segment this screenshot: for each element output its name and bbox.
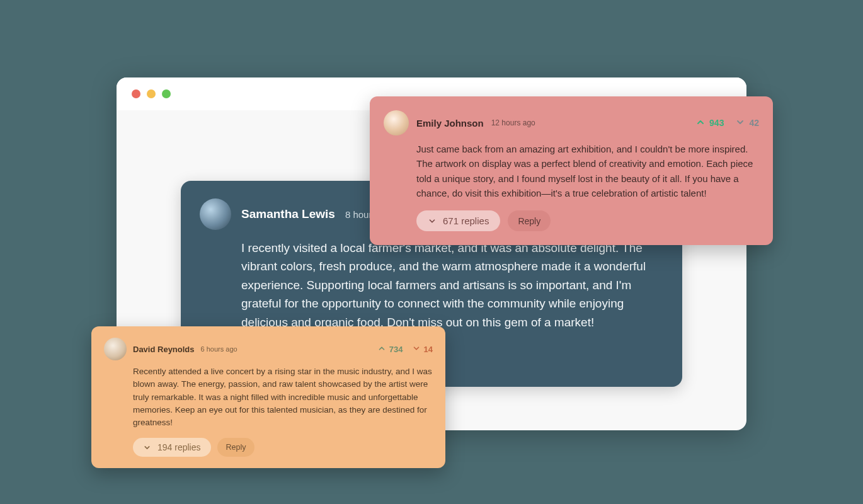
upvote-button[interactable]: 943 [695, 117, 724, 129]
chevron-down-icon [143, 444, 151, 452]
downvote-button[interactable]: 42 [735, 117, 759, 129]
avatar[interactable] [104, 338, 127, 360]
chevron-down-icon [735, 117, 745, 129]
chevron-up-icon [695, 117, 706, 129]
comment-body: I recently visited a local farmer's mark… [241, 239, 663, 331]
reply-button[interactable]: Reply [217, 438, 255, 457]
comment-author[interactable]: David Reynolds [133, 345, 195, 354]
minimize-icon[interactable] [147, 89, 156, 98]
upvote-count: 734 [389, 345, 403, 354]
vote-controls: 943 42 [695, 117, 759, 129]
view-replies-button[interactable]: 194 replies [133, 438, 211, 457]
chevron-down-icon [428, 217, 437, 226]
zoom-icon[interactable] [162, 89, 171, 98]
avatar[interactable] [200, 198, 231, 230]
comment-actions: 671 replies Reply [416, 210, 759, 231]
comment-card-pink: Emily Johnson 12 hours ago 943 42 Just c… [370, 96, 773, 245]
close-icon[interactable] [132, 89, 140, 98]
avatar[interactable] [384, 110, 409, 135]
reply-label: Reply [518, 216, 540, 226]
upvote-count: 943 [709, 118, 724, 128]
downvote-count: 14 [424, 345, 433, 354]
replies-count-label: 194 replies [157, 442, 201, 452]
reply-button[interactable]: Reply [508, 210, 551, 231]
chevron-down-icon [412, 344, 421, 355]
replies-count-label: 671 replies [443, 215, 489, 226]
comment-author[interactable]: Samantha Lewis [241, 207, 335, 221]
chevron-up-icon [377, 344, 386, 355]
upvote-button[interactable]: 734 [377, 344, 403, 355]
downvote-button[interactable]: 14 [412, 344, 433, 355]
comment-timestamp: 12 hours ago [491, 118, 535, 127]
comment-header: David Reynolds 6 hours ago 734 14 [104, 338, 433, 360]
comment-body: Just came back from an amazing art exhib… [416, 142, 759, 200]
downvote-count: 42 [749, 118, 759, 128]
comment-body: Recently attended a live concert by a ri… [133, 365, 433, 429]
comment-card-orange: David Reynolds 6 hours ago 734 14 Recent… [91, 326, 445, 468]
reply-label: Reply [226, 443, 246, 452]
comment-timestamp: 6 hours ago [201, 345, 237, 353]
comment-author[interactable]: Emily Johnson [416, 118, 484, 129]
view-replies-button[interactable]: 671 replies [416, 210, 500, 231]
comment-actions: 194 replies Reply [133, 438, 433, 457]
vote-controls: 734 14 [377, 344, 433, 355]
comment-header: Emily Johnson 12 hours ago 943 42 [384, 110, 759, 135]
